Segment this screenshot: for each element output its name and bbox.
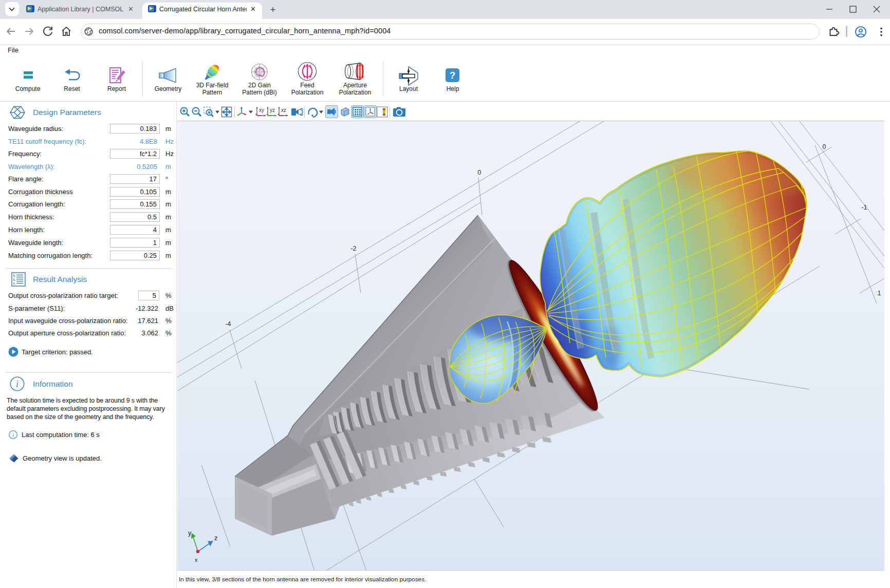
svg-text:y: y [188, 529, 192, 537]
svg-text:-4: -4 [225, 320, 231, 328]
svg-text:1: 1 [878, 290, 881, 297]
svg-text:-2: -2 [350, 245, 356, 252]
svg-text:x: x [195, 557, 198, 563]
svg-text:0: 0 [823, 143, 826, 150]
svg-text:-1: -1 [861, 204, 867, 211]
svg-text:z: z [214, 534, 218, 542]
svg-text:i: i [16, 378, 18, 389]
svg-text:xz: xz [281, 107, 286, 113]
svg-text:i: i [12, 432, 14, 438]
svg-text:0: 0 [478, 169, 481, 176]
svg-text:yz: yz [270, 107, 275, 113]
svg-text:xy: xy [259, 107, 264, 113]
